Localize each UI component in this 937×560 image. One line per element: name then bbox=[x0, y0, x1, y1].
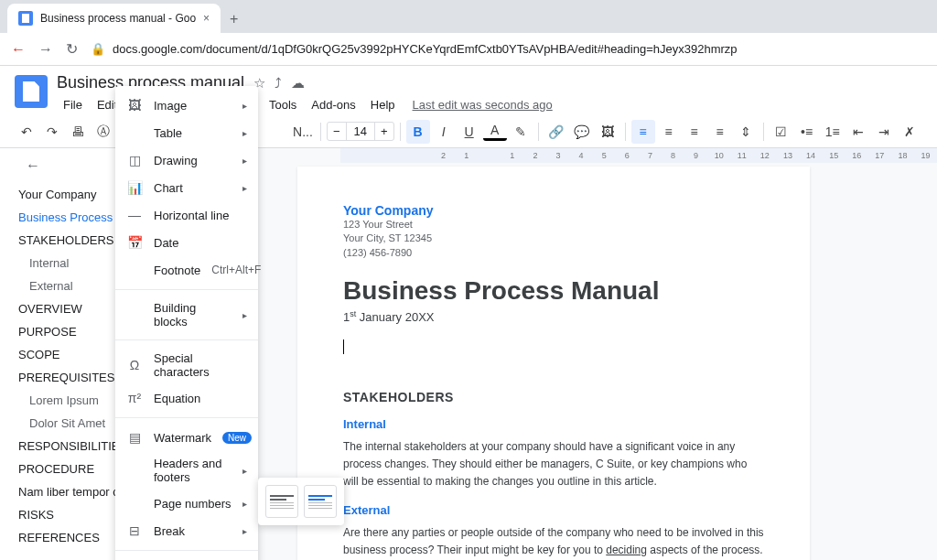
paragraph[interactable]: Are there any parties or people outside … bbox=[343, 524, 764, 560]
clear-format-icon[interactable]: ✗ bbox=[898, 120, 921, 144]
paragraph[interactable]: The internal stakeholders at your compan… bbox=[343, 438, 764, 491]
footnote-icon bbox=[126, 262, 143, 278]
menu-help[interactable]: Help bbox=[364, 94, 402, 115]
menu-addons[interactable]: Add-ons bbox=[305, 94, 361, 115]
toc-option-links[interactable] bbox=[304, 485, 337, 518]
numbered-list-icon[interactable]: 1≡ bbox=[821, 120, 845, 144]
url-text: docs.google.com/document/d/1qDfG0krQG25v… bbox=[113, 42, 738, 56]
url-field[interactable]: 🔒 docs.google.com/document/d/1qDfG0krQG2… bbox=[91, 42, 926, 56]
align-center-icon[interactable]: ≡ bbox=[657, 120, 681, 144]
font-family-select[interactable]: N... bbox=[291, 120, 315, 144]
insert-link-icon[interactable]: 🔗 bbox=[544, 120, 568, 144]
insert-table[interactable]: Table▸ bbox=[115, 119, 258, 146]
insert-link[interactable]: 🔗LinkCtrl+K bbox=[115, 556, 258, 560]
forward-icon[interactable]: → bbox=[38, 41, 53, 58]
align-right-icon[interactable]: ≡ bbox=[683, 120, 706, 144]
inline-link[interactable]: deciding bbox=[606, 544, 647, 556]
close-tab-icon[interactable]: × bbox=[203, 12, 210, 25]
increase-indent-icon[interactable]: ⇥ bbox=[872, 120, 896, 144]
checklist-icon[interactable]: ☑ bbox=[770, 120, 793, 144]
lock-icon: 🔒 bbox=[91, 42, 105, 56]
document-date[interactable]: 1st January 20XX bbox=[343, 309, 764, 324]
header-icon bbox=[126, 462, 143, 479]
text-color-icon[interactable]: A bbox=[483, 123, 507, 141]
address-line[interactable]: (123) 456-7890 bbox=[343, 246, 764, 260]
highlight-icon[interactable]: ✎ bbox=[509, 120, 533, 144]
chart-icon: 📊 bbox=[126, 179, 143, 196]
cloud-status-icon[interactable]: ☁ bbox=[291, 75, 305, 92]
underline-icon[interactable]: U bbox=[458, 120, 481, 144]
insert-page-numbers[interactable]: Page numbers▸ bbox=[115, 490, 258, 517]
separator bbox=[400, 123, 401, 141]
chevron-right-icon: ▸ bbox=[242, 466, 247, 476]
hr-icon: — bbox=[126, 207, 143, 223]
menu-tools[interactable]: Tools bbox=[263, 94, 303, 115]
line-spacing-icon[interactable]: ⇕ bbox=[734, 120, 758, 144]
blocks-icon bbox=[126, 307, 143, 323]
separator bbox=[320, 123, 321, 141]
horizontal-ruler: 2112345678910111213141516171819 bbox=[340, 148, 937, 163]
chevron-right-icon: ▸ bbox=[242, 526, 247, 536]
insert-footnote[interactable]: FootnoteCtrl+Alt+F bbox=[115, 256, 258, 284]
insert-image-icon[interactable]: 🖼 bbox=[596, 120, 619, 144]
address-line[interactable]: 123 Your Street bbox=[343, 218, 764, 232]
bullet-list-icon[interactable]: •≡ bbox=[795, 120, 819, 144]
insert-watermark[interactable]: ▤WatermarkNew bbox=[115, 424, 258, 451]
font-size-stepper[interactable]: − 14 + bbox=[327, 122, 394, 141]
insert-comment-icon[interactable]: 💬 bbox=[570, 120, 594, 144]
decrease-indent-icon[interactable]: ⇤ bbox=[846, 120, 870, 144]
chevron-right-icon: ▸ bbox=[242, 128, 247, 138]
undo-icon[interactable]: ↶ bbox=[15, 120, 38, 144]
bold-icon[interactable]: B bbox=[406, 120, 430, 144]
docs-logo-icon[interactable] bbox=[15, 75, 48, 108]
insert-image[interactable]: 🖼Image▸ bbox=[115, 92, 258, 119]
new-tab-button[interactable]: + bbox=[221, 5, 247, 33]
insert-drawing[interactable]: ◫Drawing▸ bbox=[115, 146, 258, 174]
pi-icon: π² bbox=[126, 390, 143, 406]
insert-menu-dropdown: 🖼Image▸ Table▸ ◫Drawing▸ 📊Chart▸ —Horizo… bbox=[115, 86, 258, 560]
subsection-heading[interactable]: Internal bbox=[343, 417, 764, 431]
toc-option-plain[interactable] bbox=[265, 485, 298, 518]
chevron-right-icon: ▸ bbox=[242, 310, 247, 320]
insert-date[interactable]: 📅Date bbox=[115, 229, 258, 256]
menu-separator bbox=[115, 550, 258, 551]
insert-special-chars[interactable]: ΩSpecial characters bbox=[115, 346, 258, 384]
reload-icon[interactable]: ↻ bbox=[66, 40, 78, 58]
separator bbox=[538, 123, 539, 141]
calendar-icon: 📅 bbox=[126, 234, 143, 251]
move-icon[interactable]: ⤴ bbox=[275, 75, 282, 91]
document-page[interactable]: Your Company 123 Your Street Your City, … bbox=[297, 167, 810, 560]
insert-building-blocks[interactable]: Building blocks▸ bbox=[115, 296, 258, 334]
chevron-right-icon: ▸ bbox=[242, 156, 247, 166]
menu-file[interactable]: File bbox=[57, 94, 89, 115]
docs-favicon bbox=[18, 11, 33, 26]
browser-tab-strip: Business process manual - Goo × + bbox=[0, 0, 937, 33]
increase-font-icon[interactable]: + bbox=[375, 123, 393, 140]
align-justify-icon[interactable]: ≡ bbox=[708, 120, 732, 144]
spellcheck-icon[interactable]: Ⓐ bbox=[92, 120, 115, 144]
chevron-right-icon: ▸ bbox=[242, 101, 247, 111]
decrease-font-icon[interactable]: − bbox=[328, 123, 346, 140]
insert-break[interactable]: ⊟Break▸ bbox=[115, 517, 258, 544]
insert-hr[interactable]: —Horizontal line bbox=[115, 201, 258, 229]
redo-icon[interactable]: ↷ bbox=[40, 120, 64, 144]
address-bar: ← → ↻ 🔒 docs.google.com/document/d/1qDfG… bbox=[0, 33, 937, 66]
document-h1[interactable]: Business Process Manual bbox=[343, 276, 764, 306]
insert-equation[interactable]: π²Equation bbox=[115, 384, 258, 412]
italic-icon[interactable]: I bbox=[432, 120, 456, 144]
tab-title: Business process manual - Goo bbox=[40, 12, 196, 25]
section-heading[interactable]: STAKEHOLDERS bbox=[343, 390, 764, 404]
insert-headers-footers[interactable]: Headers and footers▸ bbox=[115, 451, 258, 490]
last-edit-link[interactable]: Last edit was seconds ago bbox=[413, 98, 553, 112]
subsection-heading[interactable]: External bbox=[343, 503, 764, 517]
company-heading[interactable]: Your Company bbox=[343, 203, 764, 218]
print-icon[interactable]: 🖶 bbox=[66, 120, 90, 144]
insert-chart[interactable]: 📊Chart▸ bbox=[115, 174, 258, 201]
watermark-icon: ▤ bbox=[126, 429, 143, 446]
align-left-icon[interactable]: ≡ bbox=[631, 120, 655, 144]
back-icon[interactable]: ← bbox=[11, 41, 26, 58]
menu-separator bbox=[115, 339, 258, 340]
address-line[interactable]: Your City, ST 12345 bbox=[343, 232, 764, 245]
font-size-value[interactable]: 14 bbox=[346, 123, 375, 140]
browser-tab[interactable]: Business process manual - Goo × bbox=[7, 4, 221, 33]
